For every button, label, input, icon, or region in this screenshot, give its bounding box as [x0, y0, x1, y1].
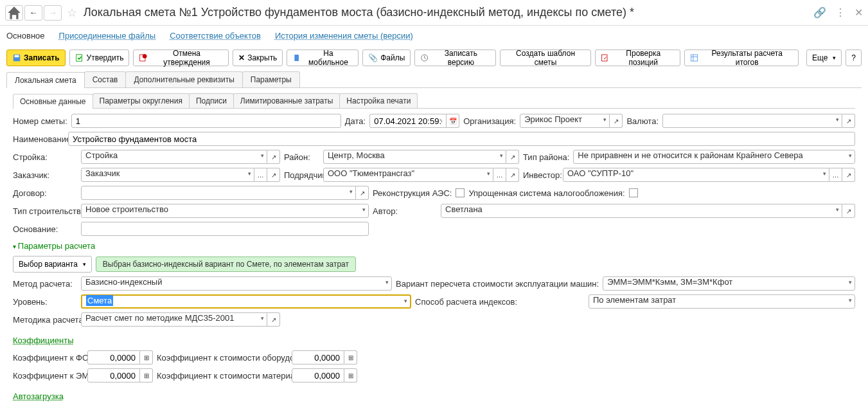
investor-select[interactable]: ОАО "СУПТР-10" [563, 168, 829, 182]
region-open-button[interactable]: ↗ [506, 150, 519, 164]
coef-fot-calc-icon[interactable]: ⊞ [140, 350, 153, 364]
method-label: Метод расчета: [13, 279, 77, 289]
save-button[interactable]: Записать [6, 50, 66, 66]
recalc-variant-select[interactable]: ЭММ=ЭММ*Кэмм, ЗМ=ЗМ*Кфот [603, 276, 855, 291]
coefficients-section[interactable]: Коэффициенты [13, 336, 74, 345]
currency-select[interactable] [662, 114, 842, 128]
help-button[interactable]: ? [846, 50, 862, 66]
tab-local-estimate[interactable]: Локальная смета [6, 72, 85, 88]
coef-fot-input[interactable] [87, 350, 140, 364]
aes-checkbox[interactable] [456, 188, 465, 197]
name-label: Наименование: [13, 134, 64, 144]
template-button[interactable]: Создать шаблон сметы [500, 50, 591, 66]
customer-more-button[interactable]: … [254, 168, 267, 182]
tab-main-history[interactable]: История изменения сметы (версии) [275, 31, 413, 44]
tab-rounding[interactable]: Параметры округления [93, 93, 190, 108]
tab-limited-costs[interactable]: Лимитированные затраты [233, 93, 341, 108]
author-open-button[interactable]: ↗ [842, 204, 855, 218]
date-input[interactable] [369, 114, 447, 128]
autoload-section[interactable]: Автозагрузка [13, 392, 64, 401]
coef-mat-input[interactable] [292, 368, 344, 382]
calc-params-section[interactable]: Параметры расчета [13, 241, 855, 251]
region-label: Район: [284, 152, 319, 162]
svg-rect-9 [691, 55, 698, 61]
tab-print-settings[interactable]: Настройка печати [339, 93, 418, 108]
save-version-button[interactable]: Записать версию [414, 50, 496, 66]
coef-equip-input[interactable] [292, 350, 344, 364]
back-button[interactable]: ← [24, 5, 42, 21]
number-input[interactable] [71, 114, 341, 128]
check-button[interactable]: ✓Проверка позиций [595, 50, 680, 66]
tab-signatures[interactable]: Подписи [189, 93, 234, 108]
customer-label: Заказчик: [13, 170, 77, 180]
org-open-button[interactable]: ↗ [610, 114, 623, 128]
approve-button[interactable]: Утвердить [69, 50, 130, 66]
tab-main-osnovnoe[interactable]: Основное [6, 31, 45, 44]
region-select[interactable]: Центр, Москва [323, 150, 506, 164]
tax-checkbox[interactable] [629, 188, 638, 197]
tab-additional-props[interactable]: Дополнительные реквизиты [125, 71, 242, 87]
svg-point-4 [143, 54, 147, 59]
contractor-select[interactable]: ООО "Тюментрансгаз" [323, 168, 493, 182]
coef-emm-input[interactable] [87, 368, 140, 382]
contract-label: Договор: [13, 188, 77, 198]
index-method-label: Способ расчета индексов: [415, 297, 517, 307]
index-method-select[interactable]: По элементам затрат [589, 294, 855, 309]
calc-method-open-button[interactable]: ↗ [267, 312, 280, 327]
coef-fot-label: Коэффициент к ФОТ: [13, 353, 84, 363]
calendar-icon[interactable]: 📅 [447, 114, 459, 128]
coef-equip-calc-icon[interactable]: ⊞ [344, 350, 357, 364]
paperclip-icon: 📎 [368, 53, 378, 62]
author-select[interactable]: Светлана [441, 204, 842, 218]
aes-label: Реконструкция АЭС: [373, 188, 452, 198]
tab-main-data[interactable]: Основные данные [13, 94, 93, 109]
tab-main-files[interactable]: Присоединенные файлы [59, 31, 156, 44]
level-select[interactable]: Смета [81, 294, 411, 309]
tab-parameters[interactable]: Параметры [242, 71, 300, 87]
basis-label: Основание: [13, 224, 77, 234]
build-type-select[interactable]: Новое строительство [81, 204, 369, 218]
coef-mat-calc-icon[interactable]: ⊞ [344, 368, 357, 382]
tab-main-objects[interactable]: Соответствие объектов [170, 31, 261, 44]
tab-sostav[interactable]: Состав [84, 71, 127, 87]
close-window-icon[interactable]: ✕ [855, 6, 863, 19]
variant-select-button[interactable]: Выбор варианта [13, 256, 92, 273]
calc-method-select[interactable]: Расчет смет по методике МДС35-2001 [81, 312, 267, 327]
files-button[interactable]: 📎Файлы [362, 50, 411, 66]
region-type-select[interactable]: Не приравнен и не относится к районам Кр… [573, 150, 855, 164]
number-label: Номер сметы: [13, 116, 67, 126]
basis-input[interactable] [81, 222, 369, 236]
date-label: Дата: [345, 116, 366, 126]
page-title: Локальная смета №1 Устройство фундаменто… [84, 6, 813, 19]
contract-open-button[interactable]: ↗ [356, 186, 369, 200]
stroika-select[interactable]: Стройка [81, 150, 267, 164]
close-button[interactable]: ✕Закрыть [233, 50, 283, 66]
coef-emm-calc-icon[interactable]: ⊞ [140, 368, 153, 382]
investor-more-button[interactable]: … [829, 168, 842, 182]
coef-equip-label: Коэффициент к стоимости оборудования: [157, 353, 288, 363]
investor-open-button[interactable]: ↗ [842, 168, 855, 182]
currency-open-button[interactable]: ↗ [842, 114, 855, 128]
stroika-open-button[interactable]: ↗ [267, 150, 280, 164]
customer-open-button[interactable]: ↗ [267, 168, 280, 182]
name-input[interactable] [68, 132, 855, 146]
contractor-open-button[interactable]: ↗ [506, 168, 519, 182]
results-button[interactable]: Результаты расчета итогов [684, 50, 799, 66]
org-select[interactable]: Эрикос Проект [520, 114, 610, 128]
author-label: Автор: [373, 206, 437, 216]
forward-button[interactable]: → [44, 5, 62, 21]
customer-select[interactable]: Заказчик [81, 168, 254, 182]
recalc-variant-label: Вариант пересчета стоимости эксплуатации… [396, 279, 599, 289]
favorite-icon[interactable]: ☆ [67, 6, 77, 20]
cancel-approve-button[interactable]: Отмена утверждения [133, 50, 229, 66]
mobile-button[interactable]: На мобильное [287, 50, 359, 66]
method-select[interactable]: Базисно-индексный [81, 276, 392, 291]
link-icon[interactable]: 🔗 [813, 6, 826, 19]
stroika-label: Стройка: [13, 152, 77, 162]
contractor-more-button[interactable]: … [493, 168, 506, 182]
contract-select[interactable] [81, 186, 356, 200]
more-button[interactable]: Еще [806, 50, 842, 66]
menu-icon[interactable]: ⋮ [835, 6, 846, 19]
coef-emm-label: Коэффициент к ЭММ: [13, 371, 84, 381]
home-button[interactable] [5, 5, 23, 21]
